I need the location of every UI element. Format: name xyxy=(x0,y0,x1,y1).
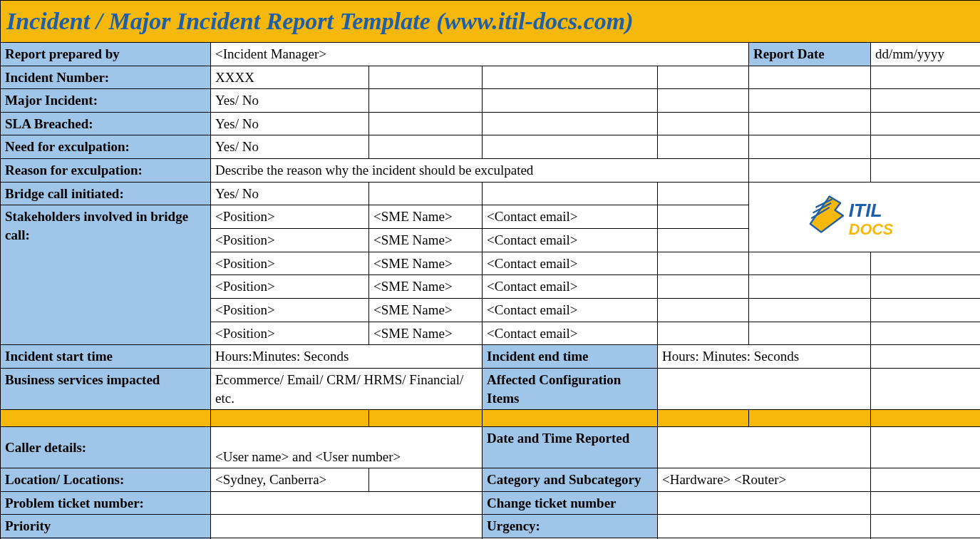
stakeholder-sme[interactable]: <SME Name> xyxy=(369,205,483,229)
value-sla-breached[interactable]: Yes/ No xyxy=(211,112,369,135)
label-reason-exculpation: Reason for exculpation: xyxy=(1,159,211,183)
label-need-exculpation: Need for exculpation: xyxy=(1,135,211,159)
value-need-exculpation[interactable]: Yes/ No xyxy=(211,135,369,159)
svg-text:DOCS: DOCS xyxy=(848,221,893,239)
separator-row xyxy=(1,410,981,427)
value-incident-start[interactable]: Hours:Minutes: Seconds xyxy=(211,345,483,369)
stakeholder-position[interactable]: <Position> xyxy=(211,275,369,299)
stakeholder-position[interactable]: <Position> xyxy=(211,298,369,322)
label-incident-number: Incident Number: xyxy=(1,66,211,89)
value-incident-end[interactable]: Hours: Minutes: Seconds xyxy=(658,345,871,369)
stakeholder-position[interactable]: <Position> xyxy=(211,205,369,229)
label-major-incident: Major Incident: xyxy=(1,89,211,113)
label-report-prepared-by: Report prepared by xyxy=(1,42,211,66)
label-caller-details: Caller details: xyxy=(1,427,211,468)
logo: ITIL DOCS xyxy=(749,182,981,252)
label-category: Category and Subcategory xyxy=(483,468,658,492)
value-caller-details[interactable]: <User name> and <User number> xyxy=(211,427,483,468)
stakeholder-email[interactable]: <Contact email> xyxy=(483,275,658,299)
label-location: Location/ Locations: xyxy=(1,468,211,492)
value-report-prepared-by[interactable]: <Incident Manager> xyxy=(211,42,749,66)
label-urgency: Urgency: xyxy=(483,515,658,538)
value-reason-exculpation[interactable]: Describe the reason why the incident sho… xyxy=(211,159,749,183)
value-location[interactable]: <Sydney, Canberra> xyxy=(211,468,369,492)
value-bridge-call[interactable]: Yes/ No xyxy=(211,182,369,205)
stakeholder-sme[interactable]: <SME Name> xyxy=(369,229,483,252)
title-row: Incident / Major Incident Report Templat… xyxy=(1,1,981,43)
label-stakeholders: Stakeholders involved in bridge call: xyxy=(1,205,211,345)
label-biz-services: Business services impacted xyxy=(1,368,211,409)
stakeholder-email[interactable]: <Contact email> xyxy=(483,322,658,345)
value-category[interactable]: <Hardware> <Router> xyxy=(658,468,871,492)
stakeholder-email[interactable]: <Contact email> xyxy=(483,252,658,275)
stakeholder-position[interactable]: <Position> xyxy=(211,252,369,275)
stakeholder-sme[interactable]: <SME Name> xyxy=(369,298,483,322)
label-problem-ticket: Problem ticket number: xyxy=(1,491,211,515)
value-major-incident[interactable]: Yes/ No xyxy=(211,89,369,113)
label-report-date: Report Date xyxy=(749,42,871,66)
value-incident-number[interactable]: XXXX xyxy=(211,66,369,89)
label-bridge-call: Bridge call initiated: xyxy=(1,182,211,205)
stakeholder-position[interactable]: <Position> xyxy=(211,322,369,345)
stakeholder-email[interactable]: <Contact email> xyxy=(483,298,658,322)
incident-report-table: Incident / Major Incident Report Templat… xyxy=(0,0,980,539)
stakeholder-sme[interactable]: <SME Name> xyxy=(369,252,483,275)
stakeholder-sme[interactable]: <SME Name> xyxy=(369,275,483,299)
label-incident-start: Incident start time xyxy=(1,345,211,369)
label-date-time-reported: Date and Time Reported xyxy=(483,427,658,468)
itil-docs-logo-icon: ITIL DOCS xyxy=(805,192,926,242)
label-affected-ci: Affected Configuration Items xyxy=(483,368,658,409)
value-report-date[interactable]: dd/mm/yyyy xyxy=(871,42,981,66)
stakeholder-sme[interactable]: <SME Name> xyxy=(369,322,483,345)
page-title: Incident / Major Incident Report Templat… xyxy=(1,1,981,43)
stakeholder-position[interactable]: <Position> xyxy=(211,229,369,252)
stakeholder-email[interactable]: <Contact email> xyxy=(483,205,658,229)
value-biz-services[interactable]: Ecommerce/ Email/ CRM/ HRMS/ Financial/ … xyxy=(211,368,483,409)
label-sla-breached: SLA Breached: xyxy=(1,112,211,135)
stakeholder-email[interactable]: <Contact email> xyxy=(483,229,658,252)
svg-text:ITIL: ITIL xyxy=(848,200,882,221)
label-priority: Priority xyxy=(1,515,211,538)
label-incident-end: Incident end time xyxy=(483,345,658,369)
label-change-ticket: Change ticket number xyxy=(483,491,658,515)
